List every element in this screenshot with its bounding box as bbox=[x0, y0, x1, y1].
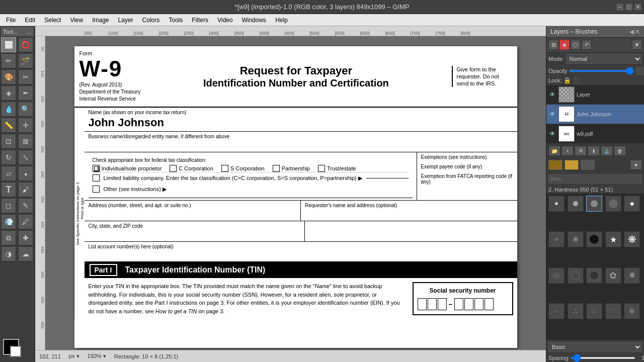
zoom-tool[interactable]: 🔍 bbox=[18, 102, 33, 117]
text-tool[interactable]: T bbox=[1, 182, 16, 197]
pencil-tool[interactable]: ✎ bbox=[18, 198, 33, 213]
lock-alpha-icon[interactable]: ⬛ bbox=[573, 77, 581, 84]
mode-select[interactable]: Normal Multiply Screen bbox=[566, 54, 642, 64]
brushes-options-button[interactable]: ▼ bbox=[630, 160, 642, 170]
ssn-cell-7[interactable] bbox=[485, 298, 494, 310]
airbrush-tool[interactable]: 💨 bbox=[1, 214, 16, 229]
brush-item-18[interactable]: ⁙ bbox=[586, 303, 602, 319]
ssn-cell-3[interactable] bbox=[438, 298, 447, 310]
select-by-color-tool[interactable]: 🎨 bbox=[1, 69, 16, 84]
partnership-checkbox[interactable] bbox=[273, 165, 280, 172]
rotate-tool[interactable]: ↻ bbox=[1, 150, 16, 165]
brush-item-9[interactable]: ★ bbox=[605, 231, 621, 247]
layer-item-johnjohnson[interactable]: 👁 JJ John Johnson bbox=[546, 105, 644, 124]
free-select-tool[interactable]: ✏ bbox=[1, 53, 16, 68]
background-color[interactable] bbox=[10, 346, 21, 357]
layer-item-w9pdf[interactable]: 👁 W9 w9.pdf bbox=[546, 124, 644, 144]
tax-option-individual[interactable]: Individual/sole proprietor bbox=[93, 165, 162, 172]
clone-tool[interactable]: ⧉ bbox=[1, 230, 16, 245]
brush-type-select[interactable]: Basic Bristle Clipboard bbox=[548, 342, 642, 352]
other-checkbox[interactable] bbox=[93, 186, 100, 193]
brush-item-4[interactable] bbox=[605, 196, 621, 212]
menu-windows[interactable]: Windows bbox=[237, 16, 270, 25]
opacity-input[interactable] bbox=[636, 67, 644, 75]
brush-item-7[interactable] bbox=[568, 231, 584, 247]
brush-item-6[interactable] bbox=[548, 231, 565, 247]
brush-item-20[interactable]: ❊ bbox=[624, 303, 640, 319]
layer-item-layer[interactable]: 👁 Layer bbox=[546, 85, 644, 105]
canvas-scroll[interactable]: 50 100 150 200 250 300 350 400 450 500 5… bbox=[35, 36, 546, 350]
merge-down-button[interactable]: ⬇ bbox=[588, 146, 600, 156]
fuzzy-select-tool[interactable]: 🪄 bbox=[18, 53, 33, 68]
menu-colors[interactable]: Colors bbox=[138, 16, 164, 25]
healing-tool[interactable]: ✚ bbox=[18, 230, 33, 245]
document-area[interactable]: Form W-9 (Rev. August 2013) Department o… bbox=[45, 36, 546, 350]
layer-visibility-layer[interactable]: 👁 bbox=[548, 90, 556, 99]
trust-checkbox[interactable] bbox=[318, 165, 325, 172]
scale-tool[interactable]: ⤡ bbox=[18, 150, 33, 165]
layer-visibility-johnjohnson[interactable]: 👁 bbox=[548, 110, 556, 118]
brush-item-12[interactable] bbox=[568, 267, 584, 284]
opacity-slider[interactable] bbox=[569, 70, 634, 72]
llc-checkbox[interactable] bbox=[93, 174, 100, 182]
new-layer-button[interactable]: + bbox=[561, 146, 574, 156]
panel-options-button[interactable]: ▼ bbox=[632, 40, 642, 50]
spacing-slider[interactable] bbox=[571, 357, 635, 359]
brush-item-14[interactable]: ✿ bbox=[605, 267, 621, 284]
anchor-layer-button[interactable]: ⚓ bbox=[601, 146, 613, 156]
tax-option-trust[interactable]: Trust/estate bbox=[318, 165, 356, 172]
foreground-select-tool[interactable]: ◈ bbox=[1, 85, 16, 101]
menu-filters[interactable]: Filters bbox=[188, 16, 212, 25]
ssn-cell-6[interactable] bbox=[474, 298, 484, 310]
ssn-cell-5[interactable] bbox=[464, 298, 473, 310]
color-swatch-3[interactable] bbox=[581, 160, 595, 170]
c-corp-checkbox[interactable] bbox=[170, 165, 177, 172]
brush-item-10[interactable]: ❋ bbox=[624, 231, 640, 247]
ellipse-select-tool[interactable]: ⭕ bbox=[18, 37, 33, 52]
color-picker-tool[interactable]: 💧 bbox=[1, 102, 16, 117]
panel-close-button[interactable]: ✕ bbox=[635, 28, 640, 35]
crop-tool[interactable]: ⊠ bbox=[18, 134, 33, 149]
menu-select[interactable]: Select bbox=[40, 16, 65, 25]
new-layer-group-button[interactable]: 📁 bbox=[548, 146, 560, 156]
move-tool[interactable]: ✛ bbox=[18, 118, 33, 133]
duplicate-layer-button[interactable]: ⧉ bbox=[575, 146, 587, 156]
lock-pixels-icon[interactable]: 🔒 bbox=[564, 77, 571, 84]
brush-item-13[interactable] bbox=[586, 267, 602, 284]
menu-edit[interactable]: Edit bbox=[21, 16, 39, 25]
delete-layer-button[interactable]: 🗑 bbox=[614, 146, 626, 156]
zoom-display[interactable]: 150% ▾ bbox=[88, 353, 106, 359]
ssn-cell-2[interactable] bbox=[428, 298, 437, 310]
layer-visibility-w9pdf[interactable]: 👁 bbox=[548, 130, 556, 138]
color-swatch-1[interactable] bbox=[548, 160, 562, 170]
brush-item-1[interactable] bbox=[548, 196, 565, 212]
paths-tool[interactable]: ✒ bbox=[18, 85, 33, 101]
align-tool[interactable]: ⊡ bbox=[1, 134, 16, 149]
menu-video[interactable]: Video bbox=[213, 16, 236, 25]
tax-option-partnership[interactable]: Partnership bbox=[273, 165, 310, 172]
s-corp-checkbox[interactable] bbox=[221, 165, 228, 172]
scissors-select-tool[interactable]: ✂ bbox=[18, 69, 33, 84]
brush-item-17[interactable]: ∴ bbox=[568, 303, 584, 319]
perspective-tool[interactable]: ⬧ bbox=[18, 166, 33, 181]
paths-tab-icon[interactable]: ⬡ bbox=[571, 40, 581, 50]
brush-item-2[interactable] bbox=[568, 196, 584, 212]
brush-item-3[interactable] bbox=[586, 196, 602, 212]
rectangle-select-tool[interactable]: ⬜ bbox=[1, 37, 16, 52]
menu-view[interactable]: View bbox=[66, 16, 87, 25]
brush-item-19[interactable]: ∵ bbox=[605, 303, 621, 319]
menu-image[interactable]: Image bbox=[88, 16, 113, 25]
brush-item-11[interactable] bbox=[548, 267, 565, 284]
panel-arrow-left[interactable]: ◀ bbox=[629, 28, 634, 35]
brush-filter-input[interactable] bbox=[548, 174, 642, 184]
maximize-button[interactable]: □ bbox=[625, 3, 633, 11]
brush-item-16[interactable]: ··· bbox=[548, 303, 565, 319]
ink-tool[interactable]: 🖊 bbox=[18, 214, 33, 229]
menu-layer[interactable]: Layer bbox=[114, 16, 137, 25]
brush-item-8[interactable] bbox=[586, 231, 602, 247]
menu-help[interactable]: Help bbox=[271, 16, 292, 25]
channels-tab-icon[interactable]: ■ bbox=[559, 40, 570, 50]
eraser-tool[interactable]: ◻ bbox=[1, 198, 16, 213]
individual-checkbox[interactable] bbox=[93, 165, 100, 172]
menu-tools[interactable]: Tools bbox=[165, 16, 187, 25]
